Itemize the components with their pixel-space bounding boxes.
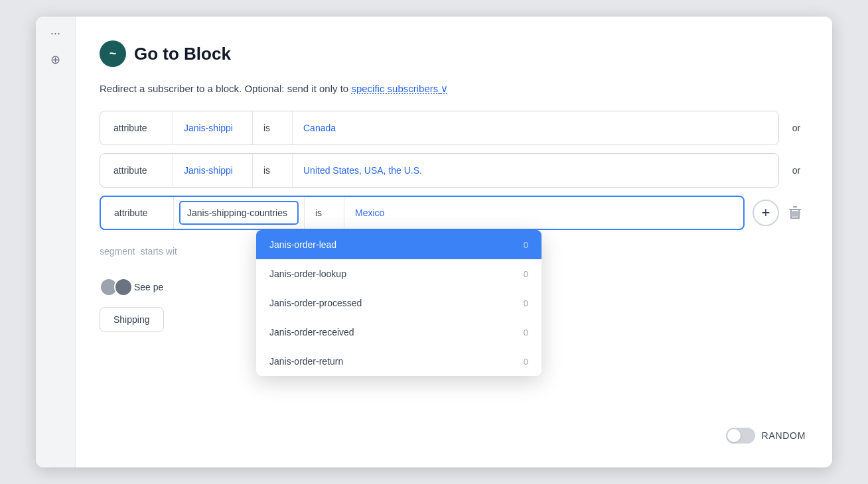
condition-box-1: attribute Janis-shippi is Canada: [100, 111, 779, 145]
random-label: RANDOM: [762, 430, 806, 441]
svg-rect-4: [794, 211, 796, 217]
random-toggle[interactable]: [726, 428, 755, 444]
toggle-thumb: [727, 429, 741, 442]
dropdown-item-count-0: 0: [524, 240, 528, 250]
is-label-1: is: [253, 111, 293, 145]
active-input-wrapper: [174, 197, 305, 229]
dropdown-item-label-0: Janis-order-lead: [269, 239, 336, 250]
condition-box-3: attribute is Mexico: [100, 196, 745, 230]
dropdown-item-count-3: 0: [524, 328, 528, 337]
dropdown-item-label-3: Janis-order-received: [269, 327, 354, 337]
description: Redirect a subscriber to a block. Option…: [100, 83, 806, 95]
sidebar-dots-icon[interactable]: ···: [50, 27, 60, 39]
segment-label: segment: [100, 246, 135, 257]
is-label-3: is: [305, 197, 344, 229]
avatar-2: [114, 278, 133, 296]
dropdown-item-2[interactable]: Janis-order-processed 0: [256, 288, 542, 318]
svg-rect-2: [790, 210, 792, 218]
dropdown-item-label-4: Janis-order-return: [269, 356, 343, 367]
dropdown-item-count-4: 0: [524, 357, 528, 367]
svg-rect-6: [796, 211, 798, 217]
see-performance-text: See pe: [134, 282, 163, 292]
chevron-down-icon: ∨: [441, 83, 448, 94]
sidebar: ··· ⊕: [36, 17, 76, 467]
random-row: RANDOM: [726, 428, 806, 444]
attribute-dropdown: Janis-order-lead 0 Janis-order-lookup 0 …: [256, 230, 542, 376]
condition-row-3: attribute is Mexico +: [100, 196, 806, 230]
attr-label-3: attribute: [101, 197, 174, 229]
condition-row-1: attribute Janis-shippi is Canada or: [100, 111, 806, 145]
trash-icon: [789, 206, 801, 219]
condition-value-3[interactable]: Mexico: [344, 197, 743, 229]
main-window: ··· ⊕ ~ Go to Block Redirect a subscribe…: [36, 17, 832, 467]
condition-value-2[interactable]: United States, USA, the U.S.: [293, 154, 778, 187]
or-badge-1: or: [787, 123, 806, 133]
dropdown-item-count-1: 0: [524, 269, 528, 279]
action-buttons: +: [753, 200, 806, 226]
dropdown-item-3[interactable]: Janis-order-received 0: [256, 318, 542, 347]
main-content: ~ Go to Block Redirect a subscriber to a…: [76, 17, 832, 467]
attr-label-2: attribute: [100, 154, 173, 187]
page-title: Go to Block: [134, 44, 231, 64]
svg-rect-3: [798, 210, 800, 218]
dropdown-item-count-2: 0: [524, 298, 528, 308]
shipping-button[interactable]: Shipping: [100, 307, 164, 332]
delete-condition-button[interactable]: [784, 202, 806, 223]
add-condition-button[interactable]: +: [753, 200, 779, 226]
or-badge-2: or: [787, 165, 806, 176]
attr-value-2[interactable]: Janis-shippi: [173, 154, 253, 187]
avatar-group: [100, 278, 129, 296]
dropdown-item-label-1: Janis-order-lookup: [269, 269, 346, 279]
condition-value-1[interactable]: Canada: [293, 111, 778, 145]
attr-label-1: attribute: [100, 111, 173, 145]
attribute-input[interactable]: [179, 201, 299, 225]
description-text: Redirect a subscriber to a block. Option…: [100, 83, 348, 94]
specific-subscribers-link[interactable]: specific subscribers ∨: [351, 83, 448, 94]
condition-row-2: attribute Janis-shippi is United States,…: [100, 153, 806, 188]
page-header: ~ Go to Block: [100, 40, 806, 67]
svg-rect-5: [792, 211, 794, 217]
segment-value: starts wit: [141, 246, 177, 257]
dropdown-item-0[interactable]: Janis-order-lead 0: [256, 230, 542, 259]
dropdown-item-4[interactable]: Janis-order-return 0: [256, 347, 542, 376]
attr-value-1[interactable]: Janis-shippi: [173, 111, 253, 145]
dropdown-item-1[interactable]: Janis-order-lookup 0: [256, 259, 542, 288]
sidebar-move-icon[interactable]: ⊕: [50, 52, 60, 67]
condition-box-2: attribute Janis-shippi is United States,…: [100, 153, 779, 188]
is-label-2: is: [253, 154, 293, 187]
dropdown-item-label-2: Janis-order-processed: [269, 298, 362, 308]
svg-rect-7: [790, 217, 800, 219]
logo-icon: ~: [100, 40, 126, 67]
svg-rect-1: [793, 206, 797, 208]
